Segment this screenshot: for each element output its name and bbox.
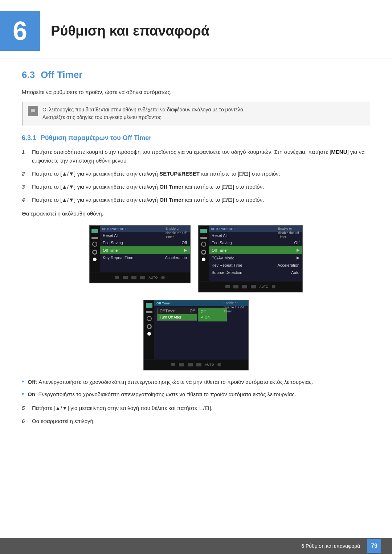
after-steps-text: Θα εμφανιστεί η ακόλουθη οθόνη. [22,209,370,218]
bottom-icon-enter [140,276,145,279]
sidebar-icon-2-5 [202,258,205,261]
bullet-text-on: On: Ενεργοποιήστε το χρονοδιακόπτη απενε… [28,390,296,399]
bullet-text-off: Off: Απενεργοποιήστε το χρονοδιακόπτη απ… [28,378,313,386]
bullet-list: • Off: Απενεργοποιήστε το χρονοδιακόπτη … [22,378,370,399]
sidebar-icon-3-2 [146,311,152,313]
screen3-submenu-values: Off ✔ On [198,308,227,321]
subsection-title: Ρύθμιση παραμέτρων του Off Timer [41,134,151,142]
step-1: 1 Πατήστε οποιοδήποτε κουμπί στην πρόσοψ… [22,148,370,165]
section-number: 6.3 [22,69,35,81]
sidebar-1 [90,226,100,272]
sidebar-icon-5 [93,258,97,261]
bottom2-dn [233,285,238,288]
bottom3-enter [196,363,201,366]
bottom-icon-down [123,276,128,279]
bottom3-pwr [217,363,221,366]
sidebar-icon-3-5 [147,332,151,336]
subsection-number: 6.3.1 [22,134,36,142]
screen3-popup-item2: Turn Off After [158,314,197,320]
sidebar-icon-2-1 [200,229,207,233]
bullet-item-on: • On: Ενεργοποιήστε το χρονοδιακόπτη απε… [22,390,370,399]
screen2-help: Enable or disable the Off Timer. [278,227,302,239]
bottom2-up [242,285,247,288]
page-footer: 6 Ρύθμιση και επαναφορά 79 [0,538,392,554]
steps-list: 1 Πατήστε οποιοδήποτε κουμπί στην πρόσοψ… [22,148,370,204]
chapter-title: Ρύθμιση και επαναφορά [51,23,209,39]
main-content: 6.3 Off Timer Μπορείτε να ρυθμίσετε το π… [0,69,392,426]
sidebar-icon-4 [92,250,97,255]
sidebar-icon-2-2 [200,237,207,239]
chapter-number: 6 [0,11,40,51]
step-3: 3 Πατήστε το [▲/▼] για να μετακινηθείτε … [22,182,370,191]
bullet-dot-2: • [22,390,24,398]
bottom2-x [225,285,230,288]
footer-text: 6 Ρύθμιση και επαναφορά [301,543,360,549]
monitor-screen-1: SETUP&RESET Reset All Eco SavingOff Off … [89,225,191,283]
screen1-help: Enable or disable the Off Timer. [166,227,189,239]
sidebar-icon-2-4 [201,250,206,255]
monitor-screen-3: Off Timer Off TimerOff Turn Off After Of… [143,300,249,370]
screen2-bottom: AUTO [199,282,302,292]
section-heading: 6.3 Off Timer [22,69,370,81]
bullet-item-off: • Off: Απενεργοποιήστε το χρονοδιακόπτη … [22,378,370,386]
screenshots-row-1: SETUP&RESET Reset All Eco SavingOff Off … [22,225,370,292]
sidebar-icon-3-3 [147,316,152,321]
screen3-bottom: AUTO [144,360,248,370]
sidebar-icon-3-4 [147,324,152,329]
sidebar-icon-1 [91,229,98,233]
note-box: Οι λειτουργίες που διατίθενται στην οθόν… [22,102,370,126]
sidebar-icon-2 [91,237,98,239]
step-4: 4 Πατήστε το [▲/▼] για να μετακινηθείτε … [22,196,370,204]
note-icon [28,106,38,116]
bottom-auto-text: AUTO [149,276,158,279]
screen1-bottom: AUTO [90,272,190,283]
final-steps-list: 5 Πατήστε [▲/▼] για μετακίνηση στην επιλ… [22,404,370,426]
sidebar-2 [199,226,209,281]
screen3-popup: Off TimerOff Turn Off After [157,308,197,321]
intro-text: Μπορείτε να ρυθμίσετε το προϊόν, ώστε να… [22,88,370,97]
screen3-val-off: Off [201,309,224,315]
screen3-val-on: ✔ On [201,315,224,320]
bottom-icon-power [161,276,165,279]
page-header: 6 Ρύθμιση και επαναφορά [0,0,392,58]
screen2-item-5: Key Repeat TimeAcceleration [209,262,302,269]
screen2-item-2: Eco SavingOff [209,239,302,246]
step-2: 2 Πατήστε το [▲/▼] για να μετακινηθείτε … [22,169,370,178]
monitor-screen-2: SETUP&RESET Reset All Eco SavingOff Off … [198,225,303,292]
screen2-item-6: Source DetectionAuto [209,269,302,276]
screenshot-single-row: Off Timer Off TimerOff Turn Off After Of… [22,300,370,370]
bullet-dot-1: • [22,378,24,386]
bottom2-enter [251,285,256,288]
bottom3-x [171,363,175,366]
bottom-icon-up [131,276,136,279]
screen3-popup-item1: Off TimerOff [158,308,197,314]
sidebar-icon-3-1 [146,303,152,308]
sidebar-3 [144,300,154,359]
bottom3-up [188,363,193,366]
step-5: 5 Πατήστε [▲/▼] για μετακίνηση στην επιλ… [22,404,370,413]
screen1-item-2: Eco SavingOff [100,239,190,246]
screen1-item-4: Key Repeat TimeAcceleration [100,254,190,261]
screen1-item-3: Off Timer▶ [100,246,190,254]
screen2-item-4: PC/AV Mode▶ [209,254,302,262]
subsection-heading: 6.3.1 Ρύθμιση παραμέτρων του Off Timer [22,134,370,142]
bottom3-auto: AUTO [205,363,214,366]
section-title: Off Timer [41,69,82,81]
step-6: 6 Θα εφαρμοστεί η επιλογή. [22,417,370,426]
sidebar-icon-3 [92,242,97,247]
bottom2-auto: AUTO [260,285,269,288]
bottom2-pwr [272,285,275,288]
footer-page-number: 79 [367,539,381,553]
bottom-icon-x [115,276,119,279]
screen2-item-3: Off Timer▶ [209,246,302,254]
bottom3-dn [179,363,184,366]
sidebar-icon-2-3 [201,242,206,247]
screen3-help: Enable or disable the Off Timer. [224,301,247,314]
note-text: Οι λειτουργίες που διατίθενται στην οθόν… [42,106,245,121]
